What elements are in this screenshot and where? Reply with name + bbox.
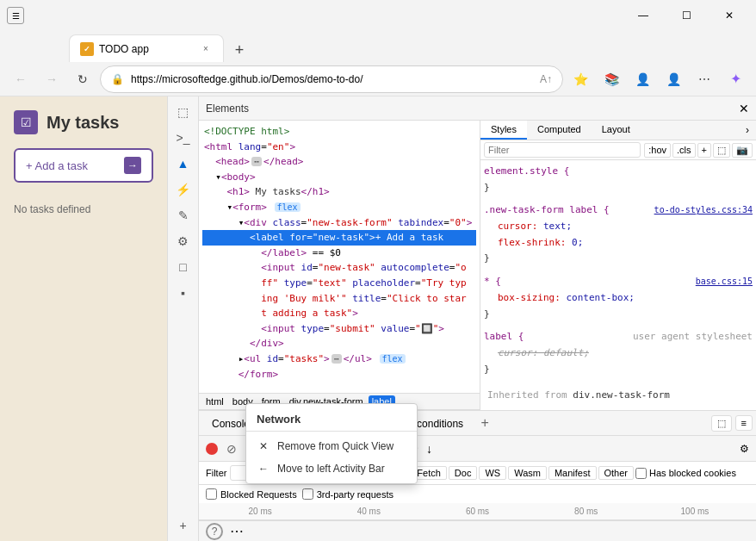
nav-bar: ← → ↻ 🔒 A↑ ⭐ 📚 👤 👤 ⋯ ✦ <box>0 62 756 96</box>
tab-styles[interactable]: Styles <box>480 121 527 140</box>
address-bar[interactable]: 🔒 A↑ <box>100 65 563 93</box>
filter-label: Filter <box>206 468 226 478</box>
style-source-link2[interactable]: base.css:15 <box>696 274 753 289</box>
filter-other[interactable]: Other <box>598 466 635 480</box>
third-party-checkbox[interactable] <box>302 488 313 500</box>
tree-line[interactable]: </div> <box>202 336 476 351</box>
devtools-elements-icon[interactable]: ⬚ <box>171 100 195 124</box>
cls-button[interactable]: .cls <box>672 143 696 158</box>
devtools-header: Elements ✕ <box>199 96 756 121</box>
devtools-application-icon[interactable]: ▪ <box>171 281 195 305</box>
style-close-brace: } <box>484 307 753 323</box>
add-task-label: + Add a task <box>26 159 88 172</box>
tree-line[interactable]: <input type="submit" value="🔲"> <box>202 321 476 337</box>
style-source-link[interactable]: to-do-styles.css:34 <box>654 202 753 217</box>
favorites-icon[interactable]: ⭐ <box>567 65 594 93</box>
tree-line[interactable]: ▾<form> flex <box>202 200 476 215</box>
add-style-button[interactable]: + <box>697 143 711 158</box>
profile-icon[interactable]: 👤 <box>660 65 687 93</box>
tree-line[interactable]: ▾<body> <box>202 170 476 185</box>
hov-button[interactable]: :hov <box>644 143 671 158</box>
app-title: My tasks <box>46 113 120 133</box>
tab-computed[interactable]: Computed <box>527 121 592 140</box>
style-rule-new-task-form: .new-task-form label { to-do-styles.css:… <box>484 202 753 267</box>
forward-button[interactable]: → <box>38 65 65 93</box>
help-icon[interactable]: ? <box>206 523 223 540</box>
tree-line[interactable]: <!DOCTYPE html> <box>202 124 476 140</box>
network-timeline: 20 ms 40 ms 60 ms 80 ms 100 ms <box>199 503 756 520</box>
add-task-button[interactable]: + Add a task → <box>14 148 153 183</box>
title-bar: ☰ — ☐ ✕ <box>0 0 756 31</box>
tab-layout[interactable]: Layout <box>592 121 641 140</box>
tree-line[interactable]: <html lang="en"> <box>202 140 476 155</box>
tab-todo-app[interactable]: ✓ TODO app × <box>69 34 224 62</box>
address-input[interactable] <box>131 73 533 85</box>
tab-close-button[interactable]: × <box>199 42 213 56</box>
refresh-button[interactable]: ↻ <box>69 65 96 93</box>
record-button[interactable] <box>206 443 218 455</box>
blocked-requests-label[interactable]: Blocked Requests <box>206 488 297 500</box>
tree-line[interactable]: </label> == $0 <box>202 246 476 261</box>
devtools-memory-icon[interactable]: □ <box>171 255 195 279</box>
move-icon: ← <box>257 462 270 476</box>
read-aloud-icon: A↑ <box>540 73 552 85</box>
style-selector-row: * { base.css:15 <box>484 274 753 290</box>
tree-line[interactable]: <h1> My tasks</h1> <box>202 184 476 200</box>
filter-doc[interactable]: Doc <box>449 466 478 480</box>
add-tab-button[interactable]: + <box>476 414 493 432</box>
tree-line-selected[interactable]: <label for="new-task">+ Add a task <box>202 230 476 246</box>
devtools-close-button[interactable]: ✕ <box>739 102 749 115</box>
filter-wasm[interactable]: Wasm <box>508 466 547 480</box>
share-icon[interactable]: 👤 <box>629 65 656 93</box>
styles-filter: :hov .cls + ⬚ 📷 <box>480 140 756 160</box>
devtools-settings-icon[interactable]: ⚙ <box>171 229 195 253</box>
more-icon[interactable]: ⋯ <box>691 65 718 93</box>
devtools-performance-icon[interactable]: ⚡ <box>171 177 195 202</box>
more-options-icon[interactable]: ⋯ <box>230 523 244 539</box>
inspect-button[interactable]: ⬚ <box>713 143 730 158</box>
timeline-80ms: 80 ms <box>532 507 641 516</box>
blocked-cookies-checkbox[interactable] <box>635 468 647 479</box>
new-tab-button[interactable]: + <box>227 38 251 62</box>
blocked-requests-checkbox[interactable] <box>206 488 217 500</box>
tree-line[interactable]: <head>⋯</head> <box>202 154 476 170</box>
tree-line[interactable]: <input id="new-task" autocomplete="o <box>202 260 476 276</box>
styles-tab-more[interactable]: › <box>739 121 756 140</box>
blocked-cookies-label[interactable]: Has blocked cookies <box>635 466 736 480</box>
devtools-network-icon[interactable]: ▲ <box>171 152 195 176</box>
elements-tree[interactable]: <!DOCTYPE html> <html lang="en"> <head>⋯… <box>199 121 480 393</box>
clear-button[interactable]: ⊘ <box>225 442 239 456</box>
maximize-button[interactable]: ☐ <box>666 0 706 31</box>
styles-filter-input[interactable] <box>484 142 641 158</box>
copilot-icon[interactable]: ✦ <box>722 65 749 93</box>
tree-line[interactable]: ff" type="text" placeholder="Try typ <box>202 276 476 291</box>
style-selector-row: .new-task-form label { to-do-styles.css:… <box>484 202 753 219</box>
collections-icon[interactable]: 📚 <box>598 65 625 93</box>
tree-line[interactable]: ing 'Buy milk'" title="Click to star <box>202 291 476 307</box>
devtools-console-icon[interactable]: >_ <box>171 126 195 150</box>
screenshot-button[interactable]: 📷 <box>732 143 753 158</box>
filter-ws[interactable]: WS <box>479 466 506 480</box>
context-menu-move[interactable]: ← Move to left Activity Bar <box>246 457 417 480</box>
tree-line[interactable]: ▾<div class="new-task-form" tabindex="0"… <box>202 215 476 231</box>
dock-button[interactable]: ⬚ <box>711 415 732 432</box>
minimize-button[interactable]: — <box>623 0 663 31</box>
filter-manifest[interactable]: Manifest <box>548 466 597 480</box>
context-menu-remove[interactable]: ✕ Remove from Quick View <box>246 435 417 457</box>
settings-btn[interactable]: ≡ <box>735 415 753 431</box>
network-settings-icon[interactable]: ⚙ <box>740 443 749 455</box>
style-rule-element: element.style { } <box>484 164 753 196</box>
tree-line[interactable]: ▸<ul id="tasks">⋯</ul> flex <box>202 351 476 367</box>
devtools-sources-icon[interactable]: ✎ <box>171 203 195 227</box>
third-party-label[interactable]: 3rd-party requests <box>302 488 393 500</box>
sidebar-toggle[interactable]: ☰ <box>7 7 24 24</box>
devtools-bottom-bar: ? ⋯ <box>199 520 756 541</box>
styles-filter-buttons: :hov .cls + ⬚ 📷 <box>644 143 753 158</box>
tree-line[interactable]: t adding a task"> <box>202 306 476 321</box>
devtools-more-icon[interactable]: + <box>171 513 195 538</box>
close-button[interactable]: ✕ <box>710 0 749 31</box>
back-button[interactable]: ← <box>7 65 34 93</box>
network-blocked-row: Blocked Requests 3rd-party requests <box>199 485 756 503</box>
tree-line[interactable]: </form> <box>202 367 476 382</box>
breadcrumb-html[interactable]: html <box>202 395 227 407</box>
